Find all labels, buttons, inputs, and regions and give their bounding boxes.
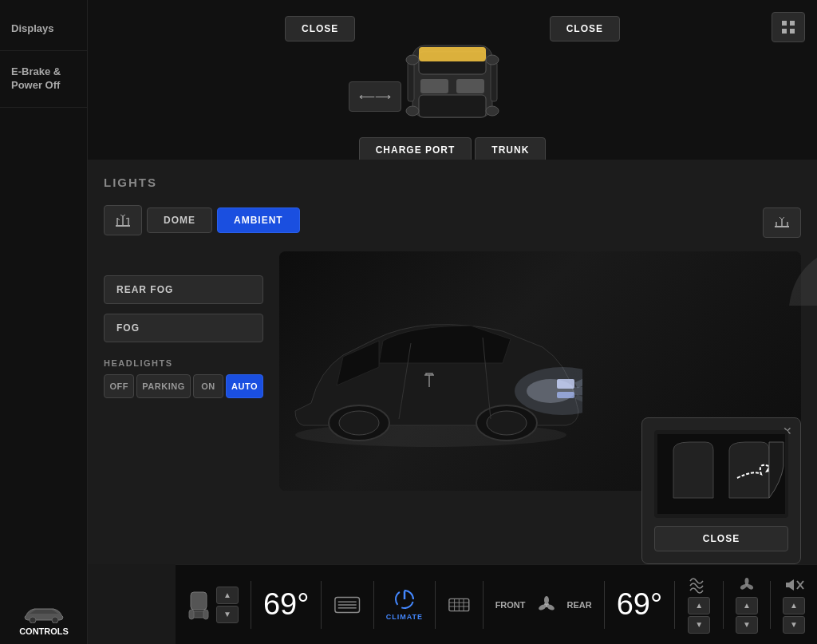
divider-9 (770, 581, 771, 629)
svg-point-0 (30, 617, 36, 623)
svg-point-10 (406, 55, 419, 65)
headlight-auto[interactable]: AUTO (226, 374, 263, 398)
svg-rect-4 (419, 95, 486, 117)
svg-rect-15 (790, 21, 795, 26)
car-side-svg (279, 251, 582, 459)
left-seat-heat-up[interactable]: ▲ (216, 587, 239, 604)
trunk-popup-close-button[interactable]: CLOSE (654, 526, 788, 551)
left-seat-heat-down[interactable]: ▼ (216, 606, 239, 623)
divider-2 (321, 581, 322, 629)
headlights-row: HEADLIGHTS OFF PARKING ON AUTO (104, 358, 263, 398)
top-right-icon-button[interactable] (772, 12, 805, 42)
sidebar-item-ebrake[interactable]: E-Brake & Power Off (0, 51, 87, 108)
dome-button[interactable]: DOME (147, 207, 212, 233)
divider-3 (373, 581, 374, 629)
svg-rect-8 (408, 61, 414, 101)
right-heat-up[interactable]: ▲ (688, 597, 710, 614)
divider-1 (251, 581, 251, 629)
fan-section: FRONT REAR (495, 596, 592, 614)
car-icon (20, 599, 68, 623)
divider-4 (435, 581, 436, 629)
svg-rect-16 (782, 29, 787, 34)
climate-power-group: CLIMATE (386, 588, 423, 621)
headlight-on[interactable]: ON (193, 374, 223, 398)
svg-line-31 (782, 217, 784, 219)
fan-speed-up[interactable]: ▲ (736, 597, 758, 614)
left-climate-segment: ▲ ▼ (187, 587, 239, 623)
grid-icon (780, 19, 796, 35)
divider-6 (604, 581, 605, 629)
svg-point-64 (544, 596, 549, 604)
climate-label: CLIMATE (386, 613, 423, 621)
right-edge-icon (785, 258, 817, 309)
divider-8 (723, 581, 724, 629)
headlight-parking[interactable]: PARKING (136, 374, 190, 398)
headlights-label: HEADLIGHTS (104, 358, 263, 368)
light-icon-right[interactable] (763, 207, 801, 238)
sidebar-item-displays[interactable]: Displays (0, 8, 87, 51)
top-car-area: CLOSE CLOSE (88, 0, 817, 160)
volume-controls: ▲ ▼ (783, 597, 805, 634)
main-content: CLOSE CLOSE (88, 0, 817, 644)
right-temperature: 69° (617, 587, 662, 621)
interior-light-icon (114, 213, 132, 227)
fan-speed-controls: ▲ ▼ (736, 597, 758, 634)
fold-mirrors-button[interactable]: ⟵⟶ (349, 81, 401, 112)
volume-group: ▲ ▼ (783, 576, 805, 634)
fan-rear-label: REAR (567, 600, 592, 610)
svg-point-1 (52, 617, 58, 623)
lights-left-controls: REAR FOG FOG HEADLIGHTS OFF PARKING ON A… (104, 251, 263, 491)
seat-icon-left (187, 589, 210, 621)
rear-fog-button[interactable]: REAR FOG (104, 275, 263, 304)
car-top-svg: ⟵⟶ (349, 38, 556, 133)
svg-rect-7 (456, 79, 484, 93)
controls-label: CONTROLS (19, 626, 69, 636)
svg-rect-17 (790, 29, 795, 34)
volume-down[interactable]: ▼ (783, 616, 805, 634)
svg-point-11 (486, 55, 499, 65)
controls-button[interactable]: CONTROLS (19, 599, 69, 636)
svg-point-13 (486, 106, 499, 116)
svg-rect-49 (189, 610, 194, 619)
interior-lights-icon-button[interactable] (104, 205, 142, 235)
close-left-button[interactable]: CLOSE (285, 16, 355, 41)
svg-rect-9 (491, 61, 497, 101)
svg-rect-5 (419, 47, 486, 61)
heat-waves-icon (687, 576, 711, 594)
volume-up[interactable]: ▲ (783, 597, 805, 614)
right-heat-down[interactable]: ▼ (688, 616, 710, 634)
divider-5 (483, 581, 483, 629)
sidebar-bottom: CONTROLS (0, 591, 88, 644)
svg-rect-40 (557, 392, 574, 398)
svg-rect-6 (420, 79, 448, 93)
trunk-door-svg (657, 434, 785, 514)
left-temp-display: 69° (263, 587, 309, 622)
svg-point-36 (487, 411, 527, 435)
fan-labels-row: FRONT REAR (495, 596, 592, 614)
fan-volume-group: ▲ ▼ (736, 576, 758, 634)
wing-icon (785, 258, 817, 306)
svg-line-30 (780, 217, 782, 219)
heat-grid-icon (448, 594, 471, 616)
trunk-popup-image (654, 430, 788, 518)
volume-mute-icon (783, 576, 805, 594)
left-temperature: 69° (263, 587, 309, 621)
close-right-button[interactable]: CLOSE (550, 16, 620, 41)
sidebar: Displays E-Brake & Power Off CONTROLS (0, 0, 88, 644)
light-beam-icon (773, 215, 791, 230)
light-controls-row: DOME AMBIENT (104, 205, 801, 235)
svg-line-24 (120, 215, 123, 216)
trunk-popup: ✕ CLOSE (641, 417, 801, 564)
headlight-off[interactable]: OFF (104, 374, 134, 398)
svg-point-12 (406, 106, 419, 116)
fan-speed-down[interactable]: ▼ (736, 616, 758, 634)
svg-point-68 (745, 578, 749, 584)
car-top-view: CLOSE CLOSE (253, 8, 652, 160)
right-heat-group: ▲ ▼ (687, 576, 711, 634)
ambient-button[interactable]: AMBIENT (217, 207, 300, 233)
bottom-climate-bar: ▲ ▼ 69° CLIMATE (176, 564, 817, 644)
right-heat-controls: ▲ ▼ (688, 597, 710, 634)
fog-button[interactable]: FOG (104, 314, 263, 342)
climate-power-icon (393, 588, 416, 610)
svg-line-25 (123, 215, 125, 216)
